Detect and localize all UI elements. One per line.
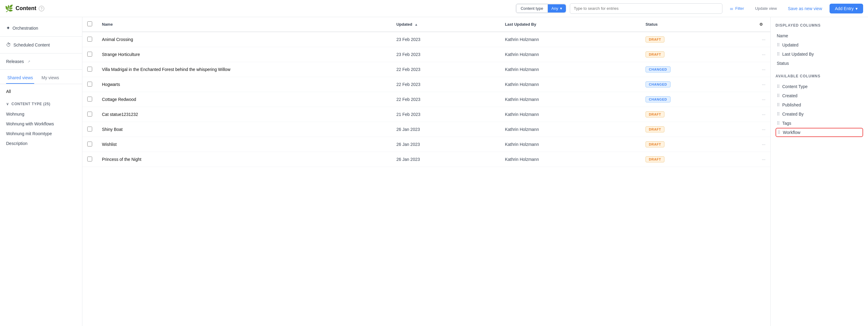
tab-shared-views[interactable]: Shared views xyxy=(6,72,34,84)
row-updated: 22 Feb 2023 xyxy=(392,92,500,107)
views-tabs: Shared views My views xyxy=(0,72,82,84)
row-actions[interactable]: ··· xyxy=(752,62,770,77)
update-view-button[interactable]: Update view xyxy=(751,4,781,12)
row-name: Hogwarts xyxy=(97,77,392,92)
row-actions[interactable]: ··· xyxy=(752,152,770,167)
column-settings-button[interactable]: ⚙ xyxy=(757,21,766,28)
row-checkbox[interactable] xyxy=(87,112,92,116)
row-actions[interactable]: ··· xyxy=(752,47,770,62)
row-name: Shiny Boat xyxy=(97,122,392,137)
row-checkbox[interactable] xyxy=(87,127,92,132)
status-badge: DRAFT xyxy=(646,126,664,132)
tab-my-views[interactable]: My views xyxy=(40,72,60,84)
status-badge: DRAFT xyxy=(646,51,664,57)
displayed-col-updated-label: Updated xyxy=(782,43,798,47)
drag-handle-icon[interactable]: ⠿ xyxy=(777,84,780,89)
drag-handle-icon[interactable]: ⠿ xyxy=(777,43,780,47)
table-row: Cottage Redwood 22 Feb 2023 Kathrin Holz… xyxy=(83,92,770,107)
scheduled-content-label: Scheduled Content xyxy=(13,43,50,47)
available-col-created[interactable]: ⠿ Created xyxy=(776,91,863,100)
row-checkbox[interactable] xyxy=(87,82,92,86)
available-col-published[interactable]: ⠿ Published xyxy=(776,100,863,109)
row-checkbox[interactable] xyxy=(87,67,92,72)
content-type-section-title: CONTENT TYPE (25) xyxy=(11,102,51,106)
content-area: Name Updated ▲ Last Updated By Status xyxy=(83,17,770,326)
row-last-updated-by: Kathrin Holzmann xyxy=(500,77,641,92)
row-updated: 22 Feb 2023 xyxy=(392,62,500,77)
help-button[interactable]: ? xyxy=(39,6,44,11)
row-updated: 22 Feb 2023 xyxy=(392,77,500,92)
content-type-button[interactable]: Content type xyxy=(516,4,548,13)
sort-icon: ▲ xyxy=(414,23,418,26)
available-col-workflow[interactable]: ⠿ Workflow xyxy=(776,128,863,137)
row-status: CHANGED xyxy=(641,62,752,77)
logo-icon: 🌿 xyxy=(5,5,13,12)
row-last-updated-by: Kathrin Holzmann xyxy=(500,47,641,62)
content-type-wohnung-workflows[interactable]: Wohnung with Workflows xyxy=(6,119,76,129)
row-actions[interactable]: ··· xyxy=(752,92,770,107)
col-header-status: Status xyxy=(641,17,752,32)
available-col-created-label: Created xyxy=(782,93,798,98)
row-checkbox[interactable] xyxy=(87,97,92,102)
table-row: Princess of the Night 26 Jan 2023 Kathri… xyxy=(83,152,770,167)
row-checkbox[interactable] xyxy=(87,142,92,146)
available-col-tags[interactable]: ⠿ Tags xyxy=(776,119,863,128)
sidebar: ✦ Orchestration ⏱ Scheduled Content Rele… xyxy=(0,17,83,326)
entries-table: Name Updated ▲ Last Updated By Status xyxy=(83,17,770,167)
save-as-new-view-button[interactable]: Save as new view xyxy=(784,4,826,13)
content-type-description[interactable]: Description xyxy=(6,139,76,148)
row-checkbox[interactable] xyxy=(87,157,92,161)
available-col-content-type[interactable]: ⠿ Content Type xyxy=(776,82,863,91)
row-actions[interactable]: ··· xyxy=(752,137,770,152)
drag-handle-icon[interactable]: ⠿ xyxy=(777,130,780,135)
row-name: Cat statue1231232 xyxy=(97,107,392,122)
drag-handle-icon[interactable]: ⠿ xyxy=(777,93,780,98)
any-dropdown-button[interactable]: Any ▾ xyxy=(548,4,566,12)
col-header-updated[interactable]: Updated ▲ xyxy=(392,17,500,32)
status-badge: DRAFT xyxy=(646,111,664,117)
row-actions[interactable]: ··· xyxy=(752,122,770,137)
add-entry-button[interactable]: Add Entry ▾ xyxy=(830,4,863,13)
displayed-col-name: Name xyxy=(776,31,863,40)
content-type-section: ∨ CONTENT TYPE (25) Wohnung Wohnung with… xyxy=(0,99,82,148)
drag-handle-icon[interactable]: ⠿ xyxy=(777,112,780,116)
drag-handle-icon[interactable]: ⠿ xyxy=(777,121,780,126)
available-col-created-by[interactable]: ⠿ Created By xyxy=(776,109,863,119)
main-layout: ✦ Orchestration ⏱ Scheduled Content Rele… xyxy=(0,17,868,326)
row-checkbox[interactable] xyxy=(87,52,92,57)
sidebar-item-orchestration[interactable]: ✦ Orchestration xyxy=(0,22,82,34)
content-type-wohnung-roomtype[interactable]: Wohnung mit Roomtype xyxy=(6,129,76,139)
row-actions[interactable]: ··· xyxy=(752,77,770,92)
row-last-updated-by: Kathrin Holzmann xyxy=(500,92,641,107)
app-title: Content xyxy=(16,5,36,11)
row-actions[interactable]: ··· xyxy=(752,32,770,47)
available-columns-title: AVAILABLE COLUMNS xyxy=(776,74,863,78)
row-actions[interactable]: ··· xyxy=(752,107,770,122)
content-type-wohnung[interactable]: Wohnung xyxy=(6,109,76,119)
displayed-col-updated[interactable]: ⠿ Updated xyxy=(776,40,863,50)
search-input[interactable] xyxy=(570,3,722,14)
header: 🌿 Content ? Content type Any ▾ ⚌ Filter … xyxy=(0,0,868,17)
displayed-col-status-label: Status xyxy=(777,61,789,66)
table-row: Cat statue1231232 21 Feb 2023 Kathrin Ho… xyxy=(83,107,770,122)
content-type-section-header[interactable]: ∨ CONTENT TYPE (25) xyxy=(6,99,76,109)
row-checkbox[interactable] xyxy=(87,37,92,42)
drag-handle-icon[interactable]: ⠿ xyxy=(777,103,780,107)
filter-button[interactable]: ⚌ Filter xyxy=(726,4,748,12)
views-list: All xyxy=(0,84,82,99)
right-panel: DISPLAYED COLUMNS Name ⠿ Updated ⠿ Last … xyxy=(770,17,868,326)
all-views-item[interactable]: All xyxy=(0,86,82,96)
sidebar-item-releases[interactable]: Releases ↗ xyxy=(0,56,82,67)
row-status: DRAFT xyxy=(641,122,752,137)
table-row: Shiny Boat 26 Jan 2023 Kathrin Holzmann … xyxy=(83,122,770,137)
row-last-updated-by: Kathrin Holzmann xyxy=(500,152,641,167)
drag-handle-icon[interactable]: ⠿ xyxy=(777,52,780,57)
row-updated: 26 Jan 2023 xyxy=(392,122,500,137)
select-all-checkbox[interactable] xyxy=(87,21,92,26)
row-name: Princess of the Night xyxy=(97,152,392,167)
sidebar-item-scheduled-content[interactable]: ⏱ Scheduled Content xyxy=(0,39,82,51)
displayed-col-last-updated-by-label: Last Updated By xyxy=(782,52,814,57)
displayed-col-last-updated-by[interactable]: ⠿ Last Updated By xyxy=(776,50,863,59)
table-row: Villa Madrigal in the Enchanted Forest b… xyxy=(83,62,770,77)
gear-icon: ⚙ xyxy=(760,22,763,27)
